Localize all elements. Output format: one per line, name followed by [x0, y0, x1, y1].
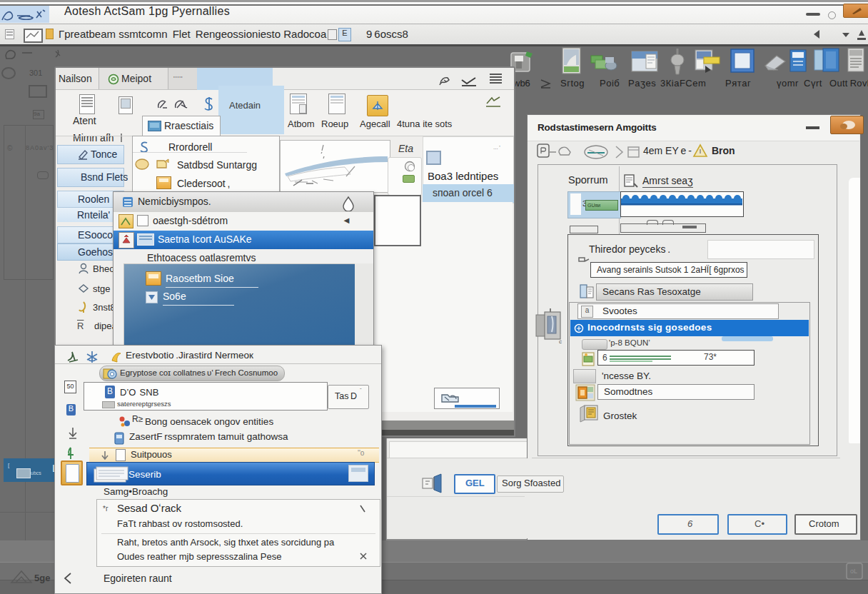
svg-text:oL: oL	[850, 568, 857, 575]
svg-text:c: c	[559, 338, 562, 345]
